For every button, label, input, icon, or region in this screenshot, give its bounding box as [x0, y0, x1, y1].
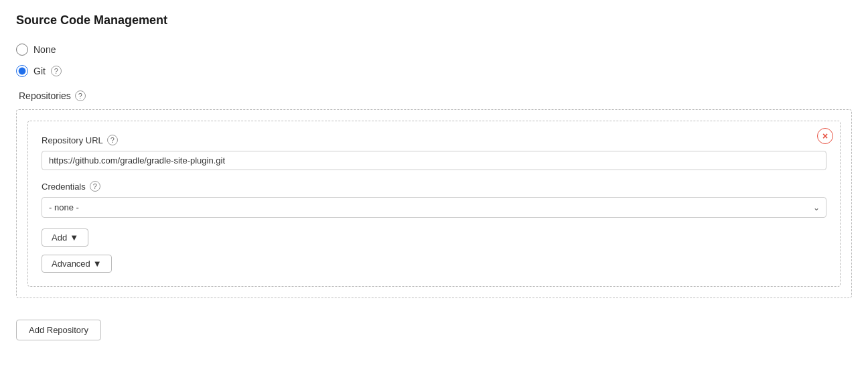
add-button[interactable]: Add ▼ [42, 228, 88, 247]
scm-radio-group: None Git ? [16, 44, 852, 77]
credentials-select[interactable]: - none - [42, 197, 826, 218]
radio-git[interactable]: Git ? [16, 65, 852, 77]
credentials-field-group: Credentials ? - none - ⌄ [42, 181, 826, 218]
repo-url-help-icon[interactable]: ? [107, 135, 118, 145]
repositories-container: × Repository URL ? Credentials ? - none … [16, 109, 852, 298]
repo-url-input[interactable] [42, 151, 826, 170]
add-chevron-icon: ▼ [70, 233, 78, 243]
delete-repo-button[interactable]: × [817, 128, 833, 144]
radio-none-input[interactable] [16, 44, 28, 56]
radio-git-label: Git [33, 66, 46, 76]
repositories-section-label: Repositories ? [16, 90, 852, 101]
repo-url-label: Repository URL ? [42, 135, 826, 145]
repositories-label-text: Repositories [19, 90, 71, 101]
repo-url-label-text: Repository URL [42, 135, 103, 145]
repo-card: × Repository URL ? Credentials ? - none … [27, 121, 841, 287]
repo-url-field-group: Repository URL ? [42, 135, 826, 170]
radio-none[interactable]: None [16, 44, 852, 56]
add-repository-button[interactable]: Add Repository [16, 320, 101, 340]
credentials-select-wrapper: - none - ⌄ [42, 197, 826, 218]
advanced-button[interactable]: Advanced ▼ [42, 255, 112, 273]
credentials-label: Credentials ? [42, 181, 826, 192]
radio-none-label: None [33, 44, 56, 55]
radio-git-input[interactable] [16, 65, 28, 77]
credentials-label-text: Credentials [42, 182, 86, 192]
advanced-button-label: Advanced [52, 259, 90, 269]
add-button-label: Add [52, 233, 67, 243]
credentials-help-icon[interactable]: ? [90, 181, 100, 192]
page-title: Source Code Management [16, 13, 852, 27]
add-button-row: Add ▼ [42, 228, 826, 247]
repositories-help-icon[interactable]: ? [75, 90, 86, 101]
advanced-chevron-icon: ▼ [93, 259, 102, 269]
git-help-icon[interactable]: ? [51, 66, 62, 76]
